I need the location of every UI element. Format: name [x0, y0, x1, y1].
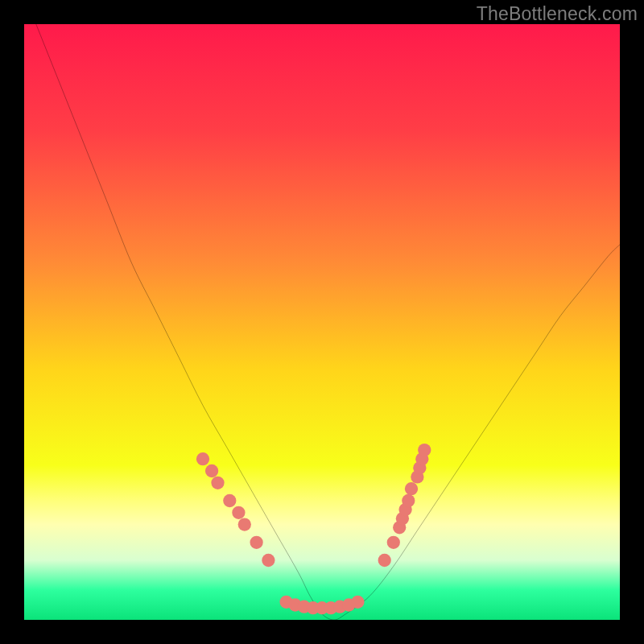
marker-point [351, 596, 364, 609]
marker-point [387, 536, 400, 549]
marker-point [223, 494, 236, 507]
bottleneck-curve [36, 24, 620, 620]
marker-point [378, 554, 391, 567]
curve-markers [196, 444, 431, 614]
marker-point [418, 444, 431, 456]
marker-point [250, 536, 262, 549]
marker-point [262, 554, 275, 567]
marker-point [402, 494, 415, 507]
plot-area [24, 24, 620, 620]
marker-point [205, 464, 218, 477]
marker-point [232, 506, 245, 519]
marker-point [405, 482, 418, 495]
marker-point [196, 452, 209, 465]
marker-point [211, 477, 224, 489]
watermark-text: TheBottleneck.com [477, 3, 638, 25]
curve-layer [24, 24, 620, 620]
marker-point [238, 518, 251, 530]
chart-frame: TheBottleneck.com [0, 0, 644, 644]
